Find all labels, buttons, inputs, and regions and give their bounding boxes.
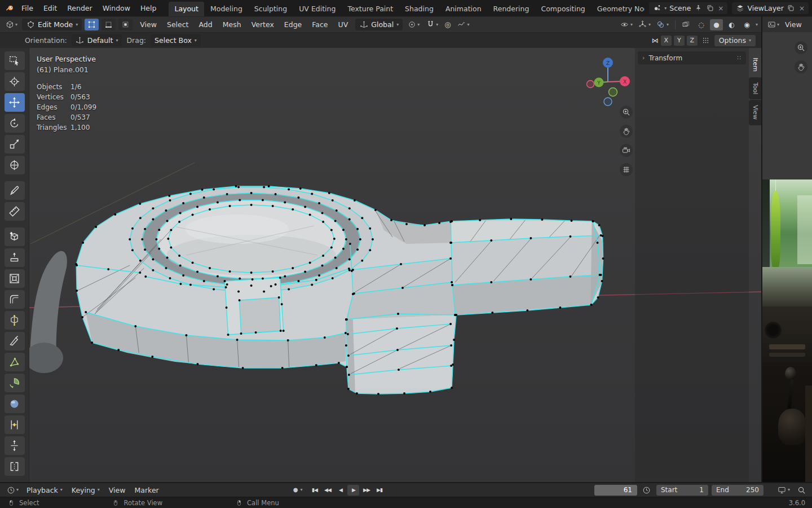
menu-uv[interactable]: UV — [334, 19, 353, 30]
sidebar-tab-item[interactable]: Item — [749, 52, 761, 77]
jump-to-start-button[interactable]: ▮◀ — [308, 485, 320, 496]
tool-loop-cut[interactable] — [5, 311, 25, 330]
jump-to-end-button[interactable]: ▶▮ — [373, 485, 385, 496]
tab-modeling[interactable]: Modeling — [205, 2, 248, 16]
perspective-toggle-button[interactable] — [620, 163, 633, 176]
gizmo-x-label[interactable]: X — [623, 79, 626, 85]
scene-selector[interactable]: ▾ Scene × — [649, 2, 727, 14]
tool-inset-faces[interactable] — [5, 269, 25, 288]
snap-toggle[interactable]: ▾ — [424, 19, 440, 30]
transform-orientation-dropdown[interactable]: Global ▾ — [355, 19, 403, 30]
tab-shading[interactable]: Shading — [399, 2, 439, 16]
current-frame-field[interactable]: 61 — [594, 485, 637, 496]
transform-panel-header[interactable]: › Transform ∷ — [638, 51, 746, 64]
menu-view[interactable]: View — [783, 19, 804, 30]
tool-cursor[interactable] — [5, 72, 25, 91]
navigation-gizmo[interactable]: Z X Y — [585, 52, 630, 106]
select-mode-face[interactable] — [118, 19, 133, 30]
scene-name[interactable]: Scene — [669, 4, 691, 12]
camera-view-button[interactable] — [620, 144, 633, 157]
zoom-button[interactable] — [795, 41, 807, 54]
tool-scale[interactable] — [5, 135, 25, 154]
play-button[interactable]: ▶ — [347, 485, 359, 496]
menu-vertex[interactable]: Vertex — [247, 19, 279, 30]
view-layer-selector[interactable]: ViewLayer × — [732, 2, 809, 14]
menu-add[interactable]: Add — [195, 19, 217, 30]
use-preview-range-toggle[interactable] — [641, 484, 653, 496]
tool-edge-slide[interactable] — [5, 415, 25, 434]
tool-annotate[interactable] — [5, 181, 25, 200]
pan-button[interactable] — [795, 60, 807, 73]
proportional-editing-toggle[interactable]: ◎ — [443, 20, 452, 29]
menu-mesh[interactable]: Mesh — [218, 19, 246, 30]
menu-select[interactable]: Select — [162, 19, 193, 30]
tool-bevel[interactable] — [5, 290, 25, 309]
shading-material-preview[interactable]: ◐ — [725, 19, 738, 30]
zoom-button[interactable] — [620, 106, 633, 119]
menu-edit[interactable]: Edit — [39, 2, 61, 14]
mirror-x-button[interactable]: X — [661, 36, 672, 46]
tab-rendering[interactable]: Rendering — [488, 2, 535, 16]
editor-type-button[interactable]: ▾ — [5, 484, 20, 496]
editor-type-button[interactable]: ▾ — [765, 19, 781, 30]
menu-marker[interactable]: Marker — [132, 485, 162, 496]
sidebar-tab-view[interactable]: View — [749, 100, 761, 125]
tool-move[interactable] — [5, 93, 25, 112]
tab-animation[interactable]: Animation — [440, 2, 487, 16]
next-keyframe-button[interactable]: ▶▶ — [360, 485, 372, 496]
tool-rotate[interactable] — [5, 114, 25, 133]
xray-toggle[interactable] — [680, 19, 692, 30]
chevron-down-icon[interactable]: ▾ — [756, 23, 758, 27]
auto-keying-toggle[interactable]: ●▾ — [290, 486, 306, 494]
reference-photo-car-interior[interactable] — [762, 179, 812, 482]
gizmo-y-label[interactable]: Y — [597, 80, 601, 86]
tab-sculpting[interactable]: Sculpting — [249, 2, 293, 16]
mirror-icon[interactable]: ⋈ — [652, 37, 659, 44]
visibility-dropdown[interactable]: ▾ — [619, 19, 634, 30]
shading-rendered[interactable]: ◉ — [740, 19, 753, 30]
blender-logo-icon[interactable] — [3, 2, 16, 15]
pin-icon[interactable] — [694, 4, 703, 13]
menu-edge[interactable]: Edge — [280, 19, 306, 30]
prev-keyframe-button[interactable]: ◀◀ — [321, 485, 333, 496]
pivot-point-button[interactable]: ▾ — [405, 19, 421, 30]
sidebar-tab-tool[interactable]: Tool — [749, 77, 761, 99]
gizmo-z-label[interactable]: Z — [606, 60, 610, 66]
tool-add-cube[interactable] — [5, 227, 25, 246]
drag-dropdown[interactable]: Select Box ▾ — [151, 34, 201, 46]
menu-file[interactable]: File — [17, 2, 38, 14]
editor-type-button[interactable]: ▾ — [3, 19, 19, 30]
tool-select-box[interactable] — [5, 51, 25, 70]
menu-view[interactable]: View — [106, 485, 129, 496]
shading-wireframe[interactable]: ◌ — [695, 19, 708, 30]
image-editor-body[interactable] — [762, 32, 812, 482]
orientation-dropdown[interactable]: Default ▾ — [72, 34, 122, 46]
select-mode-edge[interactable] — [102, 19, 116, 30]
new-view-layer-icon[interactable] — [787, 4, 796, 13]
tool-spin[interactable] — [5, 374, 25, 392]
tab-compositing[interactable]: Compositing — [535, 2, 590, 16]
3d-viewport[interactable]: User Perspective (61) Plane.001 Objects1… — [29, 48, 761, 482]
mirror-y-button[interactable]: Y — [674, 36, 685, 46]
tool-measure[interactable] — [5, 202, 25, 221]
tool-poly-build[interactable] — [5, 353, 25, 371]
proportional-falloff-dropdown[interactable]: ▾ — [456, 19, 471, 30]
select-mode-vertex[interactable] — [85, 19, 99, 30]
close-icon[interactable]: × — [717, 5, 724, 12]
options-button[interactable]: Options ▾ — [714, 35, 756, 46]
menu-window[interactable]: Window — [98, 2, 135, 14]
menu-render[interactable]: Render — [63, 2, 97, 14]
tool-extrude-region[interactable] — [5, 248, 25, 267]
mode-dropdown[interactable]: Edit Mode ▾ — [22, 19, 82, 30]
tool-knife[interactable] — [5, 332, 25, 351]
overlays-toggle[interactable]: ▾ — [655, 19, 670, 30]
tab-layout[interactable]: Layout — [169, 2, 204, 16]
menu-keying[interactable]: Keying▾ — [69, 485, 103, 496]
snap-grid-button[interactable] — [700, 35, 712, 46]
menu-playback[interactable]: Playback▾ — [24, 485, 65, 496]
mirror-z-button[interactable]: Z — [687, 36, 698, 46]
tab-uv-editing[interactable]: UV Editing — [293, 2, 341, 16]
start-frame-field[interactable]: Start 1 — [656, 485, 708, 496]
gizmos-toggle[interactable]: ▾ — [637, 19, 652, 30]
tool-transform[interactable] — [5, 156, 25, 174]
